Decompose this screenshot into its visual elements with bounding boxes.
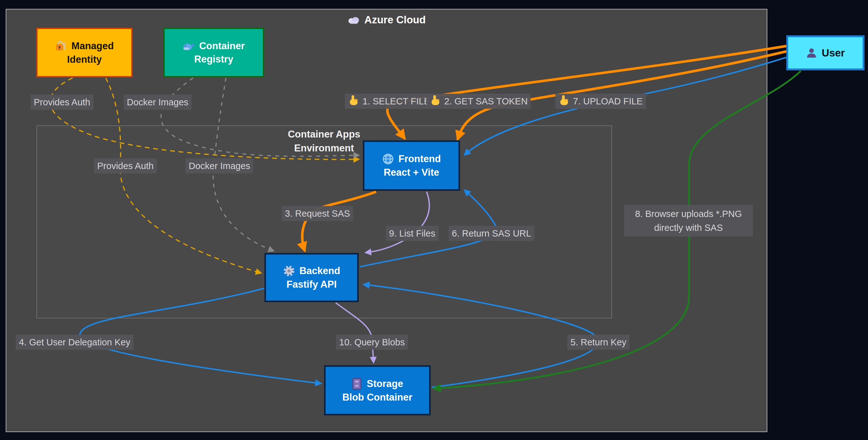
lock-with-key-icon <box>55 40 67 52</box>
azure-cloud-title: Azure Cloud <box>6 14 767 26</box>
whale-icon <box>183 41 195 51</box>
edge-label-get-user-delegation-key: 4. Get User Delegation Key <box>16 335 133 350</box>
pointing-up-icon <box>430 95 441 107</box>
cloud-icon <box>347 15 360 24</box>
node-user: User <box>786 35 865 70</box>
gear-icon <box>283 265 295 277</box>
edge-label-return-key: 5. Return Key <box>567 335 629 350</box>
edge-label-get-sas-token: 2. GET SAS TOKEN <box>427 94 531 109</box>
edge-label-select-file: 1. SELECT FILE <box>345 94 433 109</box>
node-backend: Backend Fastify API <box>265 253 359 302</box>
azure-cloud-title-text: Azure Cloud <box>365 14 426 26</box>
edge-label-browser-uploads: 8. Browser uploads *.PNG directly with S… <box>624 205 753 237</box>
user-bust-icon <box>806 47 817 59</box>
edge-label-request-sas: 3. Request SAS <box>282 206 353 221</box>
edge-label-provides-auth-1: Provides Auth <box>31 95 93 110</box>
pointing-up-icon <box>348 95 360 107</box>
edge-label-query-blobs: 10. Query Blobs <box>336 335 408 350</box>
node-container-registry: Container Registry <box>163 28 264 77</box>
edge-label-docker-images-2: Docker Images <box>186 158 253 174</box>
node-frontend: Frontend React + Vite <box>363 140 460 191</box>
node-managed-identity: Managed Identity <box>36 28 132 77</box>
file-cabinet-icon <box>351 378 362 390</box>
pointing-up-icon <box>558 95 570 107</box>
diagram-canvas: Azure Cloud Container Apps Environment P… <box>0 0 868 440</box>
edge-label-provides-auth-2: Provides Auth <box>94 158 157 174</box>
edge-label-list-files: 9. List Files <box>386 226 439 241</box>
edge-label-return-sas-url: 6. Return SAS URL <box>449 226 534 241</box>
edge-label-upload-file: 7. UPLOAD FILE <box>555 94 646 109</box>
node-storage: Storage Blob Container <box>324 365 431 415</box>
edge-label-docker-images-1: Docker Images <box>124 95 191 110</box>
globe-icon <box>382 153 394 165</box>
